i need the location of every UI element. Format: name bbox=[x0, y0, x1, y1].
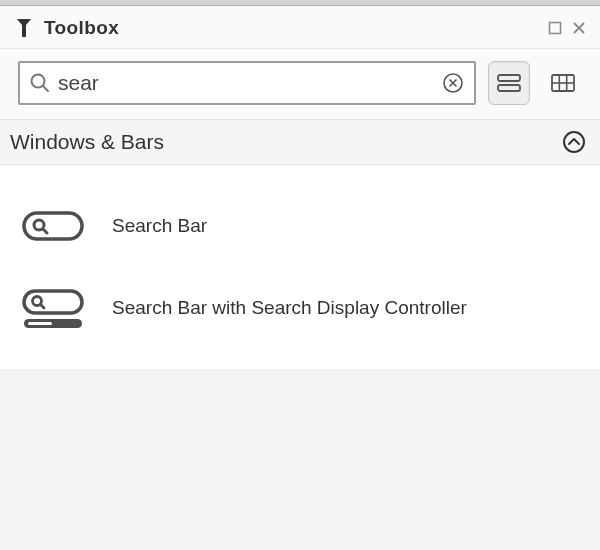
list-item[interactable]: Search Bar bbox=[0, 185, 600, 267]
list-item-label: Search Bar with Search Display Controlle… bbox=[112, 297, 467, 319]
list-view-button[interactable] bbox=[488, 61, 530, 105]
panel-header: Toolbox bbox=[0, 6, 600, 49]
toolbox-icon bbox=[14, 16, 34, 40]
svg-rect-22 bbox=[28, 322, 52, 325]
svg-line-17 bbox=[43, 229, 47, 233]
search-toolbar bbox=[0, 49, 600, 119]
search-icon bbox=[28, 71, 52, 95]
search-field[interactable] bbox=[18, 61, 476, 105]
detach-icon[interactable] bbox=[548, 21, 562, 35]
search-input[interactable] bbox=[52, 71, 442, 95]
results-list: Search Bar Search Bar with Search Displa… bbox=[0, 165, 600, 369]
search-bar-controller-icon bbox=[22, 289, 84, 327]
svg-line-20 bbox=[41, 305, 45, 309]
svg-line-4 bbox=[43, 86, 48, 91]
section-title: Windows & Bars bbox=[10, 130, 562, 154]
search-bar-icon bbox=[22, 207, 84, 245]
collapse-icon[interactable] bbox=[562, 130, 586, 154]
grid-view-button[interactable] bbox=[542, 61, 584, 105]
clear-icon[interactable] bbox=[442, 72, 464, 94]
grid-view-icon bbox=[551, 74, 575, 92]
list-item-label: Search Bar bbox=[112, 215, 207, 237]
section-header[interactable]: Windows & Bars bbox=[0, 119, 600, 165]
svg-rect-0 bbox=[550, 23, 561, 34]
svg-rect-9 bbox=[498, 85, 520, 91]
list-item[interactable]: Search Bar with Search Display Controlle… bbox=[0, 267, 600, 349]
svg-point-14 bbox=[564, 132, 584, 152]
svg-rect-8 bbox=[498, 75, 520, 81]
close-icon[interactable] bbox=[572, 21, 586, 35]
list-view-icon bbox=[497, 74, 521, 92]
empty-area bbox=[0, 369, 600, 509]
panel-title: Toolbox bbox=[44, 17, 119, 39]
